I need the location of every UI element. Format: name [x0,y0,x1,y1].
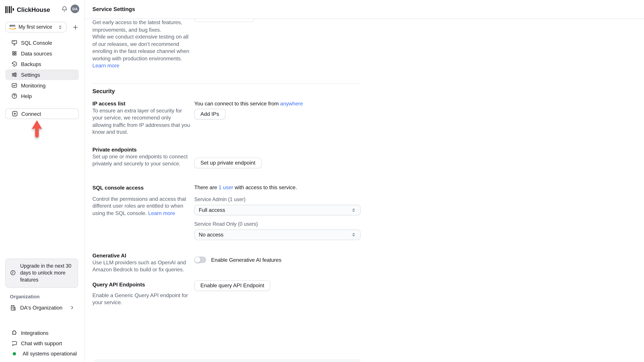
release-learn-more-link[interactable]: Learn more [92,62,120,68]
clickhouse-cloud-app: ClickHouse DA aws My first service [0,0,644,362]
sidebar-nav: SQL Console Data sources [5,37,79,101]
clickhouse-logo-icon [5,6,14,13]
section-divider [92,83,360,83]
query-api-row: Query API Endpoints Enable a Generic Que… [92,281,360,306]
service-selector[interactable]: aws My first service [5,22,66,32]
sidebar-item-label: Settings [21,71,40,78]
topbar-actions: DA [61,4,79,13]
generative-ai-toggle-label: Enable Generative AI features [211,256,282,263]
sidebar-item-label: Integrations [21,330,48,336]
sql-users-prefix: There are [194,184,218,190]
sql-access-desc: Control the permissions and access that … [92,195,190,217]
ip-access-desc: To ensure an extra layer of security for… [92,107,190,136]
generative-ai-toggle-row: Enable Generative AI features [194,256,360,263]
notifications-bell-icon[interactable] [61,5,68,12]
updown-chevron-icon [351,232,356,237]
release-channel-desc-1: Get early access to the latest features,… [92,19,188,33]
backups-icon [11,61,18,67]
status-dot [13,352,16,355]
ip-access-status-line: You can connect to this service from any… [194,100,360,107]
ip-status-prefix: You can connect to this service from [194,100,280,107]
enable-query-api-button[interactable]: Enable query API Endpoint [194,280,270,291]
service-admin-select[interactable]: Full access [194,205,360,215]
organization-name: DA's Organization [20,305,70,311]
updown-chevron-icon [57,24,63,30]
avatar[interactable]: DA [70,4,79,13]
release-channel-select-partial[interactable] [194,19,254,22]
chat-bubble-icon [11,340,18,347]
building-icon [10,304,16,311]
generative-ai-row: Generative AI Use LLM providers such as … [92,252,360,273]
sidebar-item-backups[interactable]: Backups [5,59,79,69]
settings-content: Get early access to the latest features,… [84,19,360,306]
app-title: ClickHouse [17,6,50,13]
sidebar-item-chat-support[interactable]: Chat with support [5,338,79,349]
release-channel-desc-2-text: While we conduct extensive testing on al… [92,34,189,61]
sidebar-footer: Integrations Chat with support All syste… [5,328,79,359]
sidebar-item-label: Monitoring [21,82,46,88]
system-status[interactable]: All systems operational [5,349,79,359]
service-admin-label: Service Admin (1 user) [194,196,360,203]
sidebar: ClickHouse DA aws My first service [0,0,84,362]
sidebar-item-label: Data sources [21,50,52,56]
generative-ai-desc: Use LLM providers such as OpenAI and Ama… [92,259,190,273]
generative-ai-toggle[interactable] [194,257,206,263]
aws-logo-icon: aws [9,24,16,30]
sidebar-item-label: Chat with support [21,340,62,347]
private-endpoints-heading: Private endpoints [92,146,194,153]
organization-switcher[interactable]: DA's Organization [5,303,79,313]
sidebar-item-data-sources[interactable]: Data sources [5,48,79,59]
add-ips-button[interactable]: Add IPs [194,109,225,119]
service-readonly-select[interactable]: No access [194,229,360,240]
status-text: All systems operational [23,351,77,357]
add-service-button[interactable] [71,23,79,31]
sql-console-icon [11,39,18,46]
sql-access-heading: SQL console access [92,184,194,191]
main-content: Service Settings Get early access to the… [84,0,644,362]
connect-wifi-icon [12,110,18,117]
upgrade-notice-card[interactable]: Upgrade in the next 30 days to unlock mo… [5,259,78,288]
organization-section-label: Organization [10,294,40,300]
query-api-desc: Enable a Generic Query API endpoint for … [92,292,190,306]
private-endpoints-desc: Set up one or more endpoints to connect … [92,153,190,167]
service-selector-row: aws My first service [5,22,79,32]
service-admin-value: Full access [199,207,351,213]
security-heading: Security [92,87,360,94]
red-arrow-annotation [31,120,43,138]
sidebar-item-help[interactable]: Help [5,91,79,101]
sql-learn-more-link[interactable]: Learn more [148,210,175,216]
help-icon [11,93,18,99]
query-api-heading: Query API Endpoints [92,281,194,288]
sql-users-line: There are 1 user with access to this ser… [194,184,360,191]
next-section-card-partial [94,359,361,362]
data-sources-icon [11,50,18,57]
service-name: My first service [18,24,57,30]
one-user-link[interactable]: 1 user [218,184,233,190]
ip-access-heading: IP access list [92,100,194,107]
anywhere-link[interactable]: anywhere [280,100,303,107]
private-endpoints-row: Private endpoints Set up one or more end… [92,146,360,168]
sidebar-item-label: Help [21,93,32,99]
sql-users-suffix: with access to this service. [233,184,297,190]
release-channel-desc-2: While we conduct extensive testing on al… [92,33,189,69]
chevron-right-icon [70,305,75,310]
upgrade-notice-text: Upgrade in the next 30 days to unlock mo… [20,263,72,284]
monitoring-chart-icon [11,82,18,89]
sidebar-item-label: Backups [21,61,41,67]
connect-button[interactable]: Connect [5,108,79,119]
setup-private-endpoint-button[interactable]: Set up private endpoint [194,157,262,168]
sidebar-item-settings[interactable]: Settings [5,69,79,80]
sidebar-item-sql-console[interactable]: SQL Console [5,37,79,48]
sidebar-item-label: SQL Console [21,39,52,46]
page-header: Service Settings [84,0,644,19]
sql-console-access-row: SQL console access Control the permissio… [92,184,360,240]
sidebar-item-integrations[interactable]: Integrations [5,328,79,338]
updown-chevron-icon [351,207,356,212]
service-readonly-value: No access [199,231,351,238]
clock-icon [10,270,16,276]
sidebar-item-monitoring[interactable]: Monitoring [5,80,79,91]
page-title: Service Settings [92,6,135,12]
settings-sliders-icon [11,71,18,78]
ip-access-row: IP access list To ensure an extra layer … [92,100,360,136]
toggle-knob [195,257,200,263]
